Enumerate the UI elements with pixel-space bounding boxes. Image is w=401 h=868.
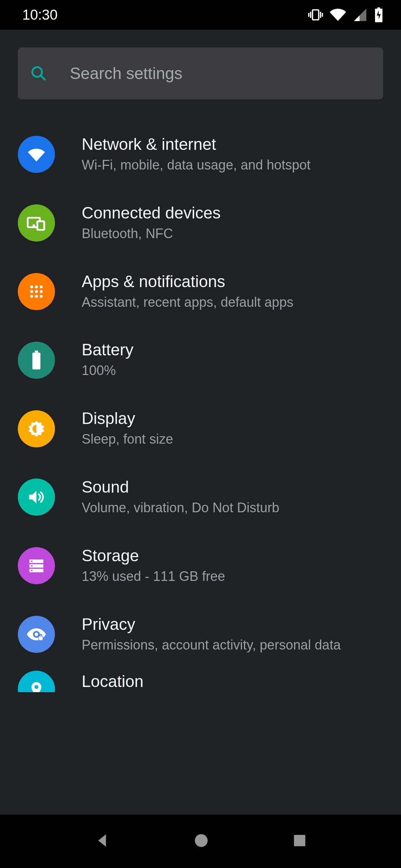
item-subtitle: 100% <box>82 362 383 379</box>
svg-point-0 <box>32 67 42 77</box>
nav-back[interactable] <box>93 831 111 851</box>
settings-content: Search settings Network & internet Wi-Fi… <box>0 30 401 815</box>
svg-point-5 <box>33 224 35 227</box>
item-title: Storage <box>82 546 383 565</box>
item-apps-notifications[interactable]: Apps & notifications Assistant, recent a… <box>0 257 401 326</box>
status-time: 10:30 <box>22 7 58 23</box>
svg-rect-3 <box>37 221 44 230</box>
svg-rect-15 <box>35 351 38 352</box>
wifi-icon <box>330 7 346 23</box>
item-title: Battery <box>82 341 383 359</box>
signal-icon <box>353 7 368 22</box>
item-display[interactable]: Display Sleep, font size <box>0 394 401 463</box>
svg-rect-20 <box>31 561 32 562</box>
svg-line-1 <box>41 76 45 80</box>
item-network-internet[interactable]: Network & internet Wi-Fi, mobile, data u… <box>0 120 401 189</box>
nav-recent[interactable] <box>291 832 308 851</box>
item-location[interactable]: Location <box>0 668 401 692</box>
item-title: Display <box>82 409 383 428</box>
privacy-icon-circle <box>18 616 55 653</box>
search-settings[interactable]: Search settings <box>18 47 383 99</box>
svg-rect-24 <box>39 636 43 641</box>
svg-point-13 <box>35 295 38 298</box>
item-connected-devices[interactable]: Connected devices Bluetooth, NFC <box>0 189 401 257</box>
sound-icon-circle <box>18 479 55 516</box>
item-subtitle: Wi-Fi, mobile, data usage, and hotspot <box>82 157 383 174</box>
svg-rect-21 <box>31 565 32 566</box>
settings-list: Network & internet Wi-Fi, mobile, data u… <box>0 120 401 692</box>
item-title: Sound <box>82 478 383 496</box>
item-privacy[interactable]: Privacy Permissions, account activity, p… <box>0 600 401 669</box>
item-subtitle: Permissions, account activity, personal … <box>82 637 383 654</box>
apps-icon-circle <box>18 273 55 310</box>
item-battery[interactable]: Battery 100% <box>0 326 401 394</box>
svg-rect-26 <box>294 835 306 846</box>
search-placeholder: Search settings <box>70 64 182 83</box>
svg-point-25 <box>195 834 208 847</box>
search-icon <box>30 65 48 82</box>
item-title: Privacy <box>82 615 383 634</box>
display-icon-circle <box>18 410 55 447</box>
storage-icon-circle <box>18 547 55 584</box>
nav-home[interactable] <box>193 832 210 851</box>
svg-point-10 <box>35 290 38 293</box>
svg-point-11 <box>40 290 43 293</box>
item-storage[interactable]: Storage 13% used - 111 GB free <box>0 532 401 600</box>
item-subtitle: Volume, vibration, Do Not Disturb <box>82 499 383 517</box>
item-title: Location <box>82 672 383 691</box>
svg-point-12 <box>30 295 33 298</box>
svg-point-9 <box>30 290 33 293</box>
nav-bar <box>0 815 401 868</box>
location-icon-circle <box>18 671 55 692</box>
item-title: Connected devices <box>82 204 383 222</box>
svg-point-14 <box>40 295 43 298</box>
item-subtitle: Assistant, recent apps, default apps <box>82 294 383 311</box>
svg-rect-22 <box>31 570 32 571</box>
svg-point-7 <box>35 285 38 288</box>
battery-charging-icon <box>374 7 383 22</box>
item-subtitle: Sleep, font size <box>82 431 383 448</box>
battery-icon-circle <box>18 342 55 379</box>
svg-rect-16 <box>32 352 40 369</box>
status-bar: 10:30 <box>0 0 401 30</box>
vibrate-icon <box>308 7 323 22</box>
svg-point-23 <box>35 632 38 636</box>
item-sound[interactable]: Sound Volume, vibration, Do Not Disturb <box>0 463 401 532</box>
item-title: Apps & notifications <box>82 272 383 291</box>
wifi-icon-circle <box>18 136 55 173</box>
item-subtitle: 13% used - 111 GB free <box>82 568 383 585</box>
devices-icon-circle <box>18 204 55 241</box>
status-icons <box>308 7 383 23</box>
item-title: Network & internet <box>82 135 383 154</box>
svg-point-8 <box>40 285 43 288</box>
item-subtitle: Bluetooth, NFC <box>82 225 383 243</box>
svg-point-6 <box>30 285 33 288</box>
